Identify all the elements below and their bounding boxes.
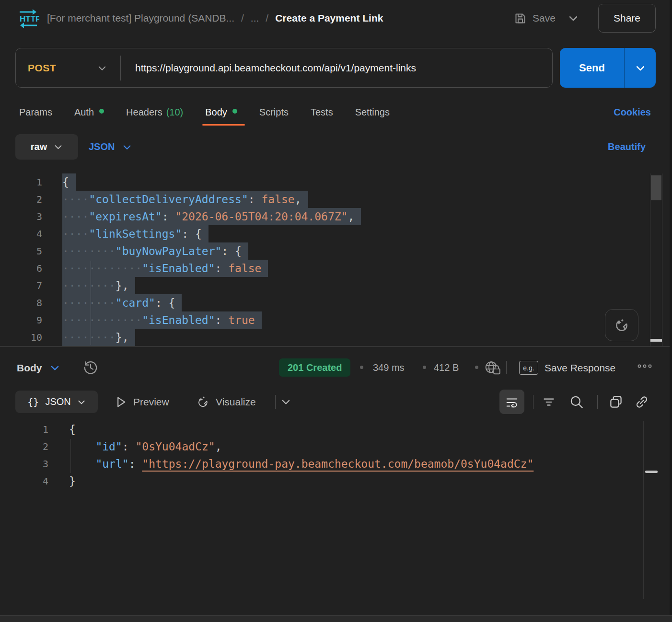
code-line: 7········}, [0,277,650,294]
search-icon[interactable] [568,394,585,410]
request-editor-scroll-thumb[interactable] [651,175,661,200]
more-options-icon[interactable] [637,363,653,369]
indent-guide [70,439,71,473]
request-url-bar: POST https://playground.api.beamcheckout… [15,48,553,88]
code-line: 4} [0,472,643,490]
url-input[interactable]: https://playground.api.beamcheckout.com/… [121,62,416,74]
share-button[interactable]: Share [598,4,656,33]
toolbar-divider [597,395,598,409]
line-number: 8 [0,294,42,311]
method-select[interactable]: POST [16,62,97,74]
tab-auth[interactable]: Auth [74,98,104,127]
code-line: 5········"buyNowPayLater": { [0,242,650,260]
send-button-group: Send [560,48,656,88]
meta-separator-dot [423,366,426,369]
page-title: Create a Payment Link [275,12,383,24]
code-line: 1{ [0,173,650,191]
response-view-label: Body [17,362,42,374]
tab-headers[interactable]: Headers(10) [126,98,183,127]
body-active-dot [232,109,237,114]
share-label: Share [614,12,640,24]
response-format-select[interactable]: {} JSON [15,391,98,413]
link-icon[interactable] [634,394,650,410]
code-line: 3 "url": "https://playground-pay.beamche… [0,455,643,472]
breadcrumb-separator: / [266,12,268,24]
code-line: 2····"collectDeliveryAddress": false, [0,191,650,208]
breadcrumb: [For merchant test] Playground (SANDB...… [47,0,383,36]
tab-settings[interactable]: Settings [355,98,390,127]
http-method-icon: HTTP [17,7,39,30]
raw-format-label: JSON [89,141,115,152]
save-options-chevron-icon[interactable] [568,13,579,23]
line-number: 3 [0,455,48,472]
toolbar-divider [533,395,533,409]
save-response-button[interactable]: Save Response [545,355,615,381]
visualize-options-chevron-icon[interactable] [281,397,291,407]
response-view-chevron-icon [50,363,60,373]
postman-window: HTTP [For merchant test] Playground (SAN… [0,0,672,622]
beautify-button[interactable]: Beautify [608,134,646,160]
bottom-resize-bar[interactable] [0,615,672,622]
send-options-chevron-icon[interactable] [625,48,656,88]
example-icon: e.g. [519,361,538,375]
line-number: 2 [0,191,42,208]
breadcrumb-collection[interactable]: [For merchant test] Playground (SANDB... [47,12,234,24]
send-button[interactable]: Send [560,48,624,88]
body-type-select[interactable]: raw [15,134,78,160]
preview-button[interactable]: Preview [114,391,169,413]
svg-text:HTTP: HTTP [20,14,39,23]
code-line: 9············"isEnabled": true [0,311,650,329]
tab-params[interactable]: Params [19,98,52,127]
postbot-button[interactable] [605,309,638,341]
line-number: 5 [0,242,42,260]
code-line: 8········"card": { [0,294,650,311]
request-body-editor[interactable]: 1{2····"collectDeliveryAddress": false,3… [0,173,650,346]
response-format-chevron-icon [77,398,86,406]
line-number: 3 [0,208,42,225]
line-number: 6 [0,260,42,277]
save-button[interactable]: Save [514,0,579,36]
braces-icon: {} [27,396,39,408]
request-editor-hscroll-thumb[interactable] [650,339,662,342]
line-number: 7 [0,277,42,294]
code-line: 3····"expiresAt": "2026-06-05T04:20:04.0… [0,208,650,225]
auth-active-dot [99,109,104,114]
response-scroll-thumb[interactable] [645,471,658,473]
tab-scripts[interactable]: Scripts [259,98,289,127]
method-chevron-icon[interactable] [97,63,107,73]
save-icon [514,12,527,25]
breadcrumb-separator: / [241,12,244,24]
body-type-label: raw [31,141,47,152]
code-line: 10········}, [0,329,650,346]
response-size[interactable]: 412 B [434,355,459,381]
request-tab-bar: Params Auth Headers(10) Body Scripts Tes… [19,98,390,127]
cookies-link[interactable]: Cookies [614,98,651,127]
pane-resize-divider[interactable] [0,346,672,347]
response-view-select[interactable]: Body [17,355,60,381]
status-badge[interactable]: 201 Created [279,358,350,377]
response-history-icon[interactable] [82,359,99,376]
breadcrumb-ellipsis[interactable]: ... [251,12,259,24]
line-number: 10 [0,329,42,346]
send-label: Send [579,62,605,74]
code-line: 4····"linkSettings": { [0,225,650,242]
request-header: HTTP [For merchant test] Playground (SAN… [0,0,672,40]
response-format-label: JSON [45,396,70,407]
visualize-button[interactable]: Visualize [196,391,256,413]
wrap-text-button[interactable] [499,390,524,414]
tab-tests[interactable]: Tests [311,98,333,127]
filter-icon[interactable] [541,394,557,410]
response-body-editor[interactable]: 1{2 "id": "0sYu04adCz",3 "url": "https:/… [0,421,643,603]
response-time[interactable]: 349 ms [373,355,405,381]
tab-body[interactable]: Body [205,98,237,127]
line-number: 1 [0,421,48,438]
headers-count: (10) [166,107,184,118]
toolbar-divider [275,395,276,409]
code-line: 6············"isEnabled": false [0,260,650,277]
network-info-icon[interactable] [484,360,501,376]
preview-icon [114,395,127,409]
copy-icon[interactable] [608,394,624,410]
raw-format-select[interactable]: JSON [89,134,132,160]
visualize-icon [196,395,210,409]
line-number: 4 [0,225,42,242]
